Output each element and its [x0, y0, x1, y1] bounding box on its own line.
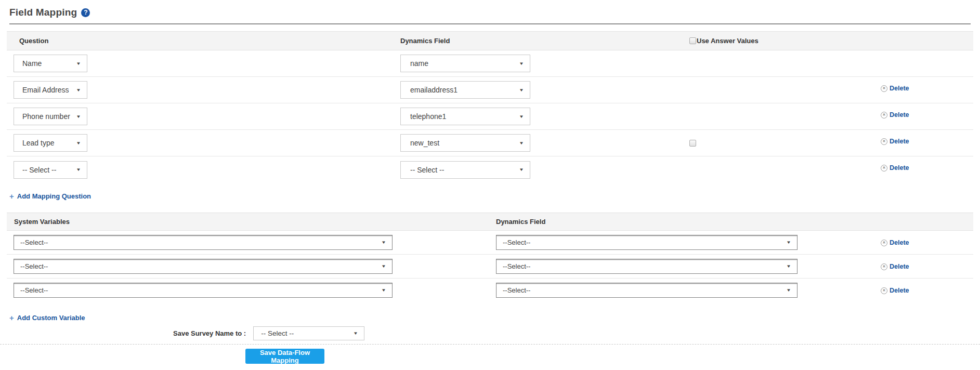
use-answer-values-column-header: Use Answer Values — [697, 37, 759, 45]
help-icon[interactable]: ? — [81, 8, 90, 17]
dynamics-field-select[interactable]: telephone1 ▼ — [400, 108, 530, 125]
table-row: --Select-- ▼ --Select-- ▼ ✕ Delete — [7, 279, 973, 302]
delete-button[interactable]: ✕ Delete — [881, 85, 909, 92]
question-select-value: -- Select -- — [22, 166, 56, 174]
delete-button[interactable]: ✕ Delete — [881, 263, 909, 270]
dynamics-field-select[interactable]: --Select-- ▼ — [496, 283, 798, 298]
dynamics-field-select-value: emailaddress1 — [410, 86, 458, 94]
delete-label: Delete — [890, 263, 909, 270]
table-row: Name ▼ name ▼ — [7, 50, 973, 77]
question-select[interactable]: Phone number ▼ — [14, 108, 87, 125]
dynamics-field-select[interactable]: name ▼ — [400, 55, 530, 72]
delete-icon: ✕ — [881, 263, 887, 270]
delete-label: Delete — [890, 85, 909, 92]
system-variables-column-header: System Variables — [7, 218, 489, 226]
question-select[interactable]: Email Address ▼ — [14, 81, 87, 99]
save-data-flow-mapping-button[interactable]: Save Data-Flow Mapping — [245, 349, 324, 364]
dynamics-field-select-value: new_test — [410, 139, 439, 147]
chevron-down-icon: ▼ — [519, 88, 524, 92]
dynamics-field-select[interactable]: -- Select -- ▼ — [400, 161, 530, 179]
chevron-down-icon: ▼ — [519, 114, 524, 119]
delete-label: Delete — [890, 287, 909, 294]
chevron-down-icon: ▼ — [76, 141, 81, 146]
chevron-down-icon: ▼ — [786, 288, 791, 293]
system-variable-select-value: --Select-- — [20, 239, 48, 246]
plus-icon: + — [9, 314, 14, 322]
dynamics-field-select-value: --Select-- — [503, 286, 530, 294]
save-survey-name-row: Save Survey Name to : -- Select -- ▼ — [0, 326, 980, 340]
system-variable-select[interactable]: --Select-- ▼ — [14, 259, 393, 274]
chevron-down-icon: ▼ — [76, 88, 81, 92]
table-row: --Select-- ▼ --Select-- ▼ ✕ Delete — [7, 231, 973, 255]
question-select-value: Email Address — [22, 86, 69, 94]
chevron-down-icon: ▼ — [519, 167, 524, 172]
save-survey-name-select-value: -- Select -- — [261, 329, 294, 337]
table-row: Email Address ▼ emailaddress1 ▼ ✕ Delete — [7, 77, 973, 103]
question-mapping-header-row: Question Dynamics Field Use Answer Value… — [7, 31, 973, 50]
chevron-down-icon: ▼ — [381, 288, 386, 293]
delete-button[interactable]: ✕ Delete — [881, 239, 909, 246]
chevron-down-icon: ▼ — [381, 264, 386, 269]
chevron-down-icon: ▼ — [786, 240, 791, 245]
delete-label: Delete — [890, 138, 909, 145]
delete-icon: ✕ — [881, 138, 887, 145]
dynamics-field-select[interactable]: new_test ▼ — [400, 134, 530, 152]
dynamics-field-select[interactable]: --Select-- ▼ — [496, 235, 798, 250]
delete-button[interactable]: ✕ Delete — [881, 287, 909, 294]
delete-icon: ✕ — [881, 112, 887, 118]
delete-icon: ✕ — [881, 85, 887, 92]
delete-icon: ✕ — [881, 287, 887, 294]
delete-icon: ✕ — [881, 165, 887, 171]
question-select[interactable]: -- Select -- ▼ — [14, 161, 87, 179]
chevron-down-icon: ▼ — [519, 141, 524, 146]
save-survey-name-label: Save Survey Name to : — [173, 329, 246, 337]
use-answer-values-header-checkbox[interactable] — [689, 37, 696, 44]
system-variable-select[interactable]: --Select-- ▼ — [14, 283, 393, 298]
dashed-divider — [0, 344, 980, 345]
dynamics-field-select-value: --Select-- — [503, 262, 530, 270]
add-mapping-question-button[interactable]: + Add Mapping Question — [9, 192, 91, 200]
table-row: Phone number ▼ telephone1 ▼ ✕ Delete — [7, 103, 973, 130]
delete-button[interactable]: ✕ Delete — [881, 164, 909, 171]
question-select[interactable]: Lead type ▼ — [14, 134, 87, 152]
system-variable-select-value: --Select-- — [20, 262, 48, 270]
system-variable-select-value: --Select-- — [20, 286, 48, 294]
dynamics-field-select-value: --Select-- — [503, 239, 530, 246]
use-answer-values-checkbox[interactable] — [689, 140, 696, 147]
chevron-down-icon: ▼ — [76, 167, 81, 172]
add-mapping-question-label: Add Mapping Question — [17, 192, 91, 200]
dynamics-field-select-value: telephone1 — [410, 112, 446, 121]
table-row: -- Select -- ▼ -- Select -- ▼ ✕ Delete — [7, 156, 973, 183]
save-survey-name-select[interactable]: -- Select -- ▼ — [253, 326, 364, 340]
dynamics-field-select-value: name — [410, 59, 428, 68]
question-mapping-table: Question Dynamics Field Use Answer Value… — [7, 31, 973, 183]
chevron-down-icon: ▼ — [353, 331, 358, 336]
dynamics-field-column-header: Dynamics Field — [489, 218, 873, 226]
delete-button[interactable]: ✕ Delete — [881, 111, 909, 118]
add-custom-variable-button[interactable]: + Add Custom Variable — [9, 314, 85, 322]
title-divider — [9, 23, 971, 24]
delete-label: Delete — [890, 164, 909, 171]
delete-label: Delete — [890, 111, 909, 118]
plus-icon: + — [9, 192, 14, 200]
question-select[interactable]: Name ▼ — [14, 55, 87, 72]
system-variables-header-row: System Variables Dynamics Field — [7, 213, 973, 231]
delete-icon: ✕ — [881, 240, 887, 246]
add-custom-variable-label: Add Custom Variable — [17, 314, 85, 322]
question-select-value: Name — [22, 59, 42, 68]
chevron-down-icon: ▼ — [76, 61, 81, 66]
dynamics-field-select-value: -- Select -- — [410, 166, 444, 174]
question-select-value: Lead type — [22, 139, 55, 147]
page-title: Field Mapping — [9, 7, 77, 18]
question-column-header: Question — [7, 37, 400, 45]
dynamics-field-select[interactable]: --Select-- ▼ — [496, 259, 798, 274]
dynamics-field-select[interactable]: emailaddress1 ▼ — [400, 81, 530, 99]
chevron-down-icon: ▼ — [786, 264, 791, 269]
chevron-down-icon: ▼ — [519, 61, 524, 66]
system-variable-select[interactable]: --Select-- ▼ — [14, 235, 393, 250]
chevron-down-icon: ▼ — [381, 240, 386, 245]
delete-button[interactable]: ✕ Delete — [881, 138, 909, 145]
field-mapping-page: Field Mapping ? Question Dynamics Field … — [0, 0, 980, 364]
page-header: Field Mapping ? — [0, 0, 980, 18]
delete-label: Delete — [890, 239, 909, 246]
